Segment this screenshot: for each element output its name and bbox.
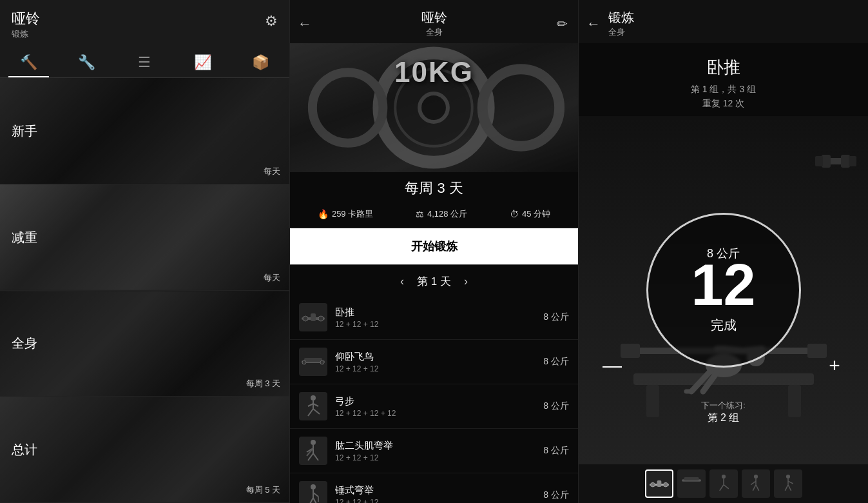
start-workout-button[interactable]: 开始锻炼: [290, 228, 578, 265]
edit-icon[interactable]: ✏: [557, 16, 568, 32]
nav-item-chart[interactable]: 📈: [173, 49, 231, 77]
settings-icon[interactable]: ⚙: [265, 13, 278, 30]
exercise-weight-hammer: 8 公斤: [543, 489, 569, 501]
exercise-thumb-bench: [299, 303, 327, 331]
stat-calories: 🔥 259 卡路里: [318, 208, 373, 220]
stat-weight: ⚖ 4,128 公斤: [416, 208, 467, 220]
exercise-sets-bicep: 12 + 12 + 12: [335, 453, 535, 462]
hammer-thumb-icon: [302, 484, 325, 503]
exercise-thumbnail-strip: [579, 464, 868, 503]
svg-rect-51: [657, 480, 661, 487]
nav-item-tools[interactable]: 🔨: [0, 49, 58, 77]
right-title-group: 锻炼 全身: [608, 9, 634, 38]
rep-circle: 8 公斤 12 完成: [646, 213, 801, 368]
svg-point-25: [311, 484, 316, 489]
left-title-group: 哑铃 锻炼: [12, 9, 40, 40]
hammer-strip-icon: [779, 473, 797, 494]
fire-icon: 🔥: [318, 209, 329, 219]
mid-title-group: 哑铃 全身: [421, 9, 447, 38]
right-title: 锻炼: [608, 9, 634, 26]
svg-point-56: [721, 475, 725, 478]
rep-controls: — +: [579, 351, 868, 380]
hero-image: 10KG: [290, 43, 578, 172]
svg-point-60: [753, 475, 757, 478]
left-top-bar: 哑铃 锻炼 ⚙: [0, 0, 289, 45]
svg-line-15: [308, 409, 313, 416]
panel-workout-detail: ← 哑铃 全身 ✏ 10KG 每周 3 天 🔥 259 卡路里 ⚖ 4,128 …: [289, 0, 579, 503]
exercise-info-fly: 仰卧飞鸟 12 + 12 + 12: [335, 351, 535, 373]
exercise-name-hammer: 锤式弯举: [335, 484, 535, 497]
workout-area: 8 公斤 12 完成 — + 下一个练习: 第 2 组: [579, 116, 868, 464]
plate-weight-label: 10KG: [394, 56, 474, 88]
fly-strip-icon: [682, 474, 701, 493]
lunge-thumb-icon: [302, 395, 325, 418]
svg-point-2: [420, 94, 448, 122]
increase-button[interactable]: +: [820, 351, 849, 380]
exercise-item-hammer[interactable]: 锤式弯举 12 + 12 + 12 8 公斤: [290, 473, 578, 503]
exercise-name-bicep: 肱二头肌弯举: [335, 440, 535, 452]
thumb-item-1[interactable]: [677, 469, 706, 498]
bench-press-thumb-icon: [302, 310, 325, 325]
next-exercise-info: 下一个练习: 第 2 组: [579, 400, 868, 425]
thumb-item-0[interactable]: [645, 469, 673, 498]
exercise-item-bench[interactable]: 卧推 12 + 12 + 12 8 公斤: [290, 295, 578, 340]
svg-line-17: [308, 404, 313, 406]
app-subtitle: 锻炼: [12, 28, 40, 40]
thumb-item-3[interactable]: [742, 469, 770, 498]
exercise-info-hammer: 锤式弯举 12 + 12 + 12: [335, 484, 535, 504]
stats-row: 🔥 259 卡路里 ⚖ 4,128 公斤 ⏱ 45 分钟: [290, 203, 578, 228]
panel-workout-list: 哑铃 锻炼 ⚙ 🔨 🔧 ☰ 📈 📦 新手 每天 减重 每天 全身 每周 3 天 …: [0, 0, 289, 503]
svg-point-7: [303, 316, 308, 321]
svg-line-16: [313, 409, 320, 414]
thumb-item-2[interactable]: [709, 469, 738, 498]
panel-active-workout: ← 锻炼 全身 卧推 第 1 组，共 3 组 重复 12 次: [579, 0, 868, 503]
circle-done-label[interactable]: 完成: [711, 317, 737, 334]
exercise-weight-bench: 8 公斤: [543, 311, 569, 323]
svg-point-19: [311, 440, 316, 445]
exercise-weight-lunge: 8 公斤: [543, 400, 569, 412]
bench-press-strip-icon: [650, 476, 669, 491]
category-total-label: 总计: [12, 441, 37, 459]
exercise-item-bicep[interactable]: 肱二头肌弯举 12 + 12 + 12 8 公斤: [290, 429, 578, 473]
nav-item-store[interactable]: 📦: [231, 49, 289, 77]
exercise-info-lunge: 弓步 12 + 12 + 12 + 12: [335, 395, 535, 418]
nav-item-list[interactable]: ☰: [116, 49, 174, 77]
category-beginner[interactable]: 新手 每天: [0, 78, 289, 184]
svg-point-8: [318, 316, 323, 321]
next-value: 第 2 组: [579, 411, 868, 425]
thumb-item-4[interactable]: [774, 469, 802, 498]
category-total[interactable]: 总计 每周 5 天: [0, 397, 289, 503]
svg-point-4: [313, 72, 383, 143]
svg-rect-45: [829, 158, 842, 164]
prev-day-button[interactable]: ‹: [400, 275, 404, 288]
right-back-button[interactable]: ←: [586, 15, 601, 32]
svg-line-29: [313, 493, 318, 497]
svg-line-67: [785, 485, 788, 491]
category-weight-loss[interactable]: 减重 每天: [0, 184, 289, 291]
svg-line-69: [788, 481, 793, 484]
category-beginner-freq: 每天: [264, 166, 280, 177]
mid-back-button[interactable]: ←: [298, 15, 312, 32]
rep-info: 重复 12 次: [579, 98, 868, 110]
exercise-weight-fly: 8 公斤: [543, 356, 569, 368]
right-top-bar: ← 锻炼 全身: [579, 0, 868, 43]
svg-line-63: [756, 485, 759, 491]
category-fullbody[interactable]: 全身 每周 3 天: [0, 291, 289, 397]
category-fullbody-freq: 每周 3 天: [246, 378, 280, 390]
exercise-item-lunge[interactable]: 弓步 12 + 12 + 12 + 12 8 公斤: [290, 384, 578, 429]
mid-title: 哑铃: [421, 9, 447, 26]
exercise-weight-bicep: 8 公斤: [543, 445, 569, 457]
svg-line-59: [724, 485, 729, 489]
svg-point-53: [663, 482, 668, 487]
next-label: 下一个练习:: [579, 400, 868, 411]
nav-item-wrench[interactable]: 🔧: [58, 49, 116, 77]
svg-point-52: [650, 482, 655, 487]
svg-rect-47: [841, 155, 850, 168]
exercise-info-bench: 卧推 12 + 12 + 12: [335, 306, 535, 329]
decrease-button[interactable]: —: [598, 351, 626, 380]
stat-time: ⏱ 45 分钟: [510, 208, 550, 220]
category-weight-loss-freq: 每天: [264, 272, 280, 284]
next-day-button[interactable]: ›: [464, 275, 468, 288]
svg-line-27: [309, 498, 313, 503]
exercise-item-fly[interactable]: 仰卧飞鸟 12 + 12 + 12 8 公斤: [290, 340, 578, 384]
